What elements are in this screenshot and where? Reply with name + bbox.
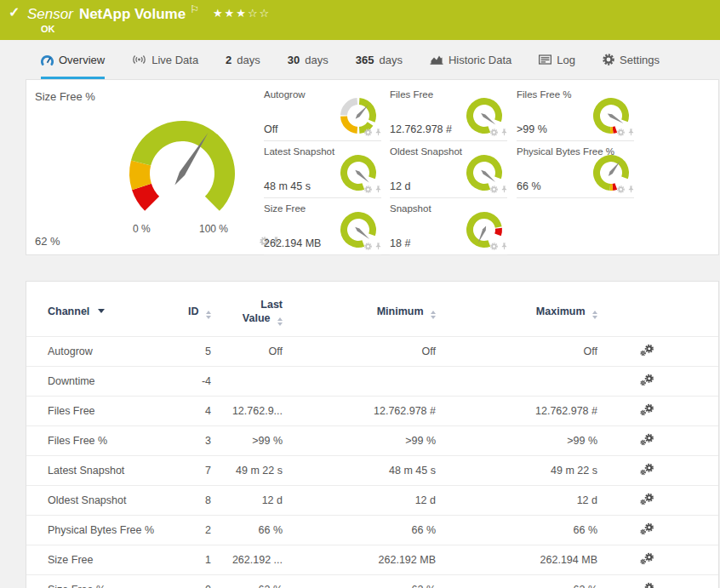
channel-minimum: >99 % (283, 425, 436, 455)
channel-maximum: Off (436, 336, 597, 366)
flag-icon[interactable]: ⚐ (190, 3, 199, 15)
pin-icon[interactable] (628, 124, 634, 140)
gauge-tile-autogrow[interactable]: AutogrowOff (264, 89, 381, 141)
channel-name[interactable]: Size Free % (26, 574, 167, 588)
settings-gear-icon[interactable] (364, 238, 372, 254)
channel-name[interactable]: Latest Snapshot (26, 455, 167, 485)
channel-table-panel: Channel ID LastValue Minimum Maximum Aut… (26, 281, 719, 588)
channel-last-value (211, 366, 283, 396)
column-header-maximum[interactable]: Maximum (436, 294, 597, 336)
column-header-id[interactable]: ID (167, 294, 211, 336)
channel-name[interactable]: Downtime (26, 366, 167, 396)
channel-settings-icon[interactable] (640, 552, 654, 565)
tab-historic-data[interactable]: Historic Data (430, 40, 511, 79)
settings-gear-icon[interactable] (490, 124, 498, 140)
gauge-needle (481, 113, 495, 125)
pin-icon[interactable] (501, 181, 507, 197)
channel-name[interactable]: Autogrow (26, 336, 167, 366)
channel-last-value: 12 d (211, 485, 283, 515)
settings-gear-icon[interactable] (617, 124, 625, 140)
pin-icon[interactable] (628, 181, 634, 197)
gauge-needle (609, 162, 620, 176)
gauge-label: Autogrow (264, 89, 306, 100)
channel-maximum: 12 d (436, 485, 597, 515)
gauge-scale-max: 100 % (199, 223, 228, 235)
channel-settings-icon[interactable] (640, 344, 654, 357)
settings-gear-icon[interactable] (617, 181, 625, 197)
channel-id: -4 (167, 366, 211, 396)
gauge-tile-files-free[interactable]: Files Free %>99 % (517, 89, 634, 141)
tab-30-days[interactable]: 30days (288, 40, 329, 79)
channel-last-value: 49 m 22 s (211, 455, 283, 485)
tab-bar: OverviewLive Data2days30days365daysHisto… (0, 40, 720, 79)
channel-row-files-free[interactable]: Files Free412.762.9...12.762.978 #12.762… (26, 396, 718, 425)
channel-settings-icon[interactable] (640, 463, 654, 476)
channel-id: 1 (167, 545, 211, 574)
channel-settings-icon[interactable] (640, 433, 654, 446)
main-gauge-value: 62 % (35, 235, 60, 248)
gauge-tile-oldest-snapshot[interactable]: Oldest Snapshot12 d (390, 146, 507, 198)
channel-row-oldest-snapshot[interactable]: Oldest Snapshot812 d12 d12 d (26, 485, 718, 515)
gauge-tile-files-free[interactable]: Files Free12.762.978 # (390, 89, 507, 141)
channel-settings-icon[interactable] (640, 403, 654, 416)
channel-row-latest-snapshot[interactable]: Latest Snapshot749 m 22 s48 m 45 s49 m 2… (26, 455, 718, 485)
channel-id: 3 (167, 425, 211, 455)
pin-icon[interactable] (501, 238, 507, 254)
pin-icon[interactable] (375, 124, 381, 140)
sort-icon[interactable] (431, 311, 436, 319)
channel-settings-icon[interactable] (640, 582, 654, 588)
column-header-last-value[interactable]: LastValue (211, 294, 283, 336)
sort-icon[interactable] (277, 317, 283, 326)
star-rating[interactable]: ★★★☆☆ (213, 7, 271, 20)
gauge-value: 66 % (517, 180, 541, 192)
status-badge: OK (41, 24, 55, 34)
channel-row-files-free[interactable]: Files Free %3>99 %>99 %>99 % (26, 425, 718, 455)
sort-icon[interactable] (592, 311, 597, 319)
gauge-label: Snapshot (390, 203, 431, 214)
gauge-tile-physical-bytes-free[interactable]: Physical Bytes Free %66 % (517, 146, 634, 198)
channel-name[interactable]: Files Free (26, 396, 167, 425)
channel-name[interactable]: Size Free (26, 545, 167, 574)
tab-2-days[interactable]: 2days (226, 40, 260, 79)
channel-row-size-free[interactable]: Size Free %062 %62 %62 % (26, 574, 718, 588)
settings-gear-icon[interactable] (490, 238, 498, 254)
tab-live-data[interactable]: Live Data (132, 40, 198, 79)
main-gauge-section: Size Free % 0 % 100 % 62 % (26, 80, 265, 254)
pin-icon[interactable] (375, 181, 381, 197)
channel-name[interactable]: Files Free % (26, 425, 167, 455)
gauge-needle (355, 227, 369, 239)
settings-gear-icon[interactable] (490, 181, 498, 197)
channel-last-value: 12.762.9... (211, 396, 283, 425)
column-header-channel[interactable]: Channel (26, 294, 167, 336)
pin-icon[interactable] (375, 238, 381, 254)
tab-365-days[interactable]: 365days (356, 40, 403, 79)
tab-log[interactable]: Log (539, 40, 575, 79)
channel-settings-icon[interactable] (640, 522, 654, 535)
pin-icon[interactable] (501, 124, 507, 140)
log-icon (539, 54, 551, 65)
gauge-tile-snapshot[interactable]: Snapshot18 # (390, 203, 507, 255)
channel-row-size-free[interactable]: Size Free1262.192 ...262.192 MB262.194 M… (26, 545, 718, 574)
column-header-minimum[interactable]: Minimum (283, 294, 436, 336)
tab-overview[interactable]: Overview (41, 40, 105, 79)
gauge-tile-latest-snapshot[interactable]: Latest Snapshot48 m 45 s (264, 146, 381, 198)
channel-row-physical-bytes-free[interactable]: Physical Bytes Free %266 %66 %66 % (26, 515, 718, 545)
gauge-tile-size-free[interactable]: Size Free262.194 MB (264, 203, 381, 255)
channel-name[interactable]: Oldest Snapshot (26, 485, 167, 515)
settings-gear-icon[interactable] (364, 181, 372, 197)
channel-settings-icon[interactable] (640, 374, 654, 386)
sort-desc-icon (98, 309, 105, 313)
main-gauge-label: Size Free % (35, 90, 95, 103)
channel-row-downtime[interactable]: Downtime-4 (26, 366, 718, 396)
settings-gear-icon[interactable] (364, 124, 372, 140)
channel-row-autogrow[interactable]: Autogrow5OffOffOff (26, 336, 718, 366)
channel-id: 0 (167, 574, 211, 588)
channel-minimum: 262.192 MB (283, 545, 436, 574)
tab-settings[interactable]: Settings (603, 40, 660, 79)
channel-settings-icon[interactable] (640, 493, 654, 505)
sort-icon[interactable] (206, 311, 211, 319)
gauge-needle (356, 105, 369, 118)
sensor-header: ✓ SensorNetApp Volume⚐★★★☆☆ OK (0, 0, 720, 40)
gauge-value: >99 % (517, 123, 547, 135)
channel-name[interactable]: Physical Bytes Free % (26, 515, 167, 545)
